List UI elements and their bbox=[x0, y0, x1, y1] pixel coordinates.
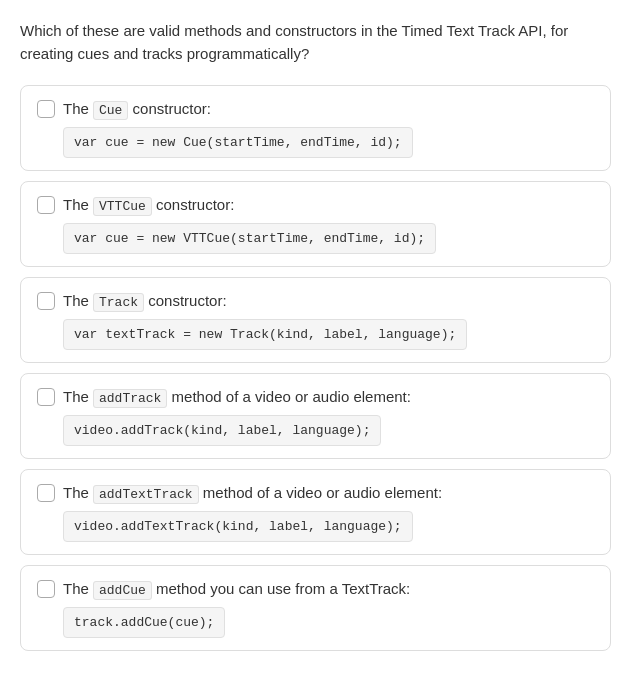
option-card-6: The addCue method you can use from a Tex… bbox=[20, 565, 611, 651]
checkbox-2[interactable] bbox=[37, 196, 55, 214]
option-header-5: The addTextTrack method of a video or au… bbox=[37, 482, 594, 505]
option-text-3: The Track constructor: bbox=[63, 290, 227, 313]
option-card-5: The addTextTrack method of a video or au… bbox=[20, 469, 611, 555]
inline-code-2: VTTCue bbox=[93, 197, 152, 216]
option-card-2: The VTTCue constructor:var cue = new VTT… bbox=[20, 181, 611, 267]
option-text-5: The addTextTrack method of a video or au… bbox=[63, 482, 442, 505]
code-block-6: track.addCue(cue); bbox=[63, 607, 225, 639]
checkbox-1[interactable] bbox=[37, 100, 55, 118]
checkbox-5[interactable] bbox=[37, 484, 55, 502]
options-list: The Cue constructor:var cue = new Cue(st… bbox=[20, 85, 611, 651]
option-card-1: The Cue constructor:var cue = new Cue(st… bbox=[20, 85, 611, 171]
inline-code-5: addTextTrack bbox=[93, 485, 199, 504]
option-header-6: The addCue method you can use from a Tex… bbox=[37, 578, 594, 601]
question-text: Which of these are valid methods and con… bbox=[20, 20, 611, 65]
option-header-3: The Track constructor: bbox=[37, 290, 594, 313]
option-header-4: The addTrack method of a video or audio … bbox=[37, 386, 594, 409]
option-header-2: The VTTCue constructor: bbox=[37, 194, 594, 217]
option-text-1: The Cue constructor: bbox=[63, 98, 211, 121]
option-text-6: The addCue method you can use from a Tex… bbox=[63, 578, 410, 601]
code-block-4: video.addTrack(kind, label, language); bbox=[63, 415, 381, 447]
checkbox-3[interactable] bbox=[37, 292, 55, 310]
inline-code-1: Cue bbox=[93, 101, 128, 120]
code-block-5: video.addTextTrack(kind, label, language… bbox=[63, 511, 413, 543]
option-card-3: The Track constructor:var textTrack = ne… bbox=[20, 277, 611, 363]
code-block-1: var cue = new Cue(startTime, endTime, id… bbox=[63, 127, 413, 159]
code-block-2: var cue = new VTTCue(startTime, endTime,… bbox=[63, 223, 436, 255]
checkbox-4[interactable] bbox=[37, 388, 55, 406]
option-header-1: The Cue constructor: bbox=[37, 98, 594, 121]
inline-code-6: addCue bbox=[93, 581, 152, 600]
inline-code-4: addTrack bbox=[93, 389, 167, 408]
checkbox-6[interactable] bbox=[37, 580, 55, 598]
inline-code-3: Track bbox=[93, 293, 144, 312]
option-card-4: The addTrack method of a video or audio … bbox=[20, 373, 611, 459]
option-text-2: The VTTCue constructor: bbox=[63, 194, 234, 217]
option-text-4: The addTrack method of a video or audio … bbox=[63, 386, 411, 409]
code-block-3: var textTrack = new Track(kind, label, l… bbox=[63, 319, 467, 351]
